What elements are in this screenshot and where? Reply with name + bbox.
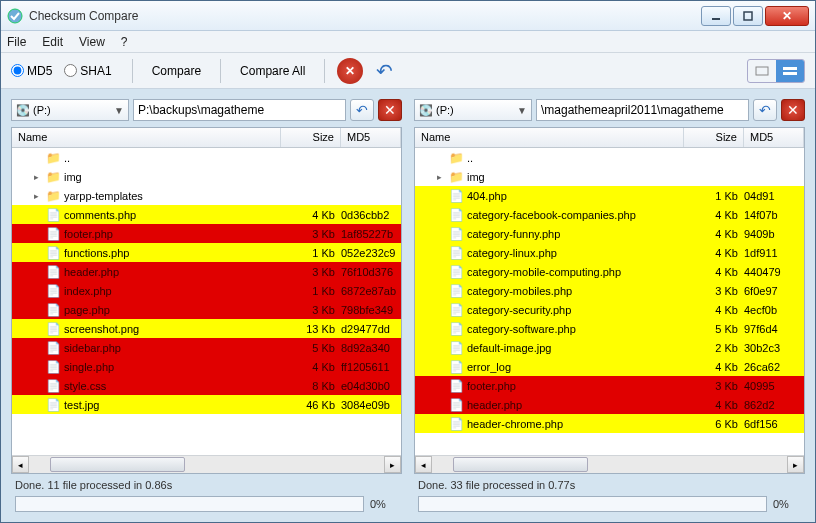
file-row[interactable]: 📄404.php1 Kb04d91 [415,186,804,205]
undo-icon[interactable]: ↶ [371,58,397,84]
file-icon: 📄 [45,378,61,394]
col-size[interactable]: Size [281,128,341,147]
left-path-input[interactable] [133,99,346,121]
left-undo-button[interactable]: ↶ [350,99,374,121]
cancel-icon[interactable]: ✕ [337,58,363,84]
right-list-body[interactable]: 📁..▸📁img📄404.php1 Kb04d91📄category-faceb… [415,148,804,455]
svg-rect-2 [744,12,752,20]
file-row[interactable]: 📄header.php3 Kb76f10d376 [12,262,401,281]
file-row[interactable]: 📄index.php1 Kb6872e87ab [12,281,401,300]
maximize-button[interactable] [733,6,763,26]
col-name[interactable]: Name [415,128,684,147]
file-row[interactable]: 📄default-image.jpg2 Kb30b2c3 [415,338,804,357]
file-row[interactable]: 📄header.php4 Kb862d2 [415,395,804,414]
file-name: .. [64,152,291,164]
scroll-left-icon[interactable]: ◂ [12,456,29,473]
file-icon: 📄 [448,340,464,356]
app-window: Checksum Compare ✕ File Edit View ? MD5 … [0,0,816,523]
file-row[interactable]: 📄sidebar.php5 Kb8d92a340 [12,338,401,357]
minimize-button[interactable] [701,6,731,26]
expand-arrow-icon[interactable]: ▸ [433,172,445,182]
right-path-input[interactable] [536,99,749,121]
svg-rect-5 [783,72,797,75]
file-row[interactable]: 📄category-funny.php4 Kb9409b [415,224,804,243]
scroll-left-icon[interactable]: ◂ [415,456,432,473]
file-icon: 📄 [448,188,464,204]
svg-rect-3 [756,67,768,75]
file-row[interactable]: 📄category-linux.php4 Kb1df911 [415,243,804,262]
file-row[interactable]: 📄single.php4 Kbff1205611 [12,357,401,376]
file-row[interactable]: 📄functions.php1 Kb052e232c9 [12,243,401,262]
left-cancel-button[interactable]: ✕ [378,99,402,121]
folder-row[interactable]: ▸📁img [415,167,804,186]
col-md5[interactable]: MD5 [341,128,401,147]
file-row[interactable]: 📄page.php3 Kb798bfe349 [12,300,401,319]
right-progress: 0% [414,496,805,518]
expand-arrow-icon[interactable]: ▸ [30,191,42,201]
file-row[interactable]: 📄comments.php4 Kb0d36cbb2 [12,205,401,224]
file-row[interactable]: 📄category-security.php4 Kb4ecf0b [415,300,804,319]
radio-md5[interactable]: MD5 [11,64,52,78]
file-name: category-security.php [467,304,694,316]
close-button[interactable]: ✕ [765,6,809,26]
file-icon: 📄 [45,283,61,299]
file-name: header-chrome.php [467,418,694,430]
view-split-icon[interactable] [776,60,804,82]
file-row[interactable]: 📄category-software.php5 Kb97f6d4 [415,319,804,338]
scroll-right-icon[interactable]: ▸ [787,456,804,473]
file-size: 1 Kb [694,190,744,202]
file-size: 3 Kb [694,380,744,392]
file-row[interactable]: 📄test.jpg46 Kb3084e09b [12,395,401,414]
right-undo-button[interactable]: ↶ [753,99,777,121]
menu-help[interactable]: ? [121,35,128,49]
file-size: 4 Kb [694,266,744,278]
radio-sha1[interactable]: SHA1 [64,64,111,78]
folder-row[interactable]: 📁.. [415,148,804,167]
file-icon: 📄 [448,207,464,223]
folder-icon: 📁 [45,169,61,185]
file-row[interactable]: 📄error_log4 Kb26ca62 [415,357,804,376]
menu-view[interactable]: View [79,35,105,49]
col-md5[interactable]: MD5 [744,128,804,147]
file-row[interactable]: 📄footer.php3 Kb1af85227b [12,224,401,243]
right-progress-pct: 0% [773,498,801,510]
left-drive-select[interactable]: 💽 (P:) ▼ [11,99,129,121]
view-toggle[interactable] [747,59,805,83]
file-md5: 04d91 [744,190,804,202]
file-name: header.php [467,399,694,411]
file-size: 4 Kb [694,228,744,240]
file-icon: 📄 [448,245,464,261]
right-hscroll[interactable]: ◂ ▸ [415,455,804,473]
file-row[interactable]: 📄footer.php3 Kb40995 [415,376,804,395]
col-name[interactable]: Name [12,128,281,147]
folder-row[interactable]: ▸📁img [12,167,401,186]
menu-edit[interactable]: Edit [42,35,63,49]
right-drive-select[interactable]: 💽 (P:) ▼ [414,99,532,121]
expand-arrow-icon[interactable]: ▸ [30,172,42,182]
left-hscroll[interactable]: ◂ ▸ [12,455,401,473]
file-row[interactable]: 📄header-chrome.php6 Kb6df156 [415,414,804,433]
view-single-icon[interactable] [748,60,776,82]
file-size: 4 Kb [291,209,341,221]
file-row[interactable]: 📄category-mobile-computing.php4 Kb440479 [415,262,804,281]
file-row[interactable]: 📄category-mobiles.php3 Kb6f0e97 [415,281,804,300]
compare-button[interactable]: Compare [141,59,212,83]
right-cancel-button[interactable]: ✕ [781,99,805,121]
folder-row[interactable]: 📁.. [12,148,401,167]
col-size[interactable]: Size [684,128,744,147]
file-size: 3 Kb [291,266,341,278]
left-list-body[interactable]: 📁..▸📁img▸📁yarpp-templates📄comments.php4 … [12,148,401,455]
file-icon: 📄 [448,359,464,375]
menu-file[interactable]: File [7,35,26,49]
file-row[interactable]: 📄style.css8 Kbe04d30b0 [12,376,401,395]
toolbar: MD5 SHA1 Compare Compare All ✕ ↶ [1,53,815,89]
scroll-right-icon[interactable]: ▸ [384,456,401,473]
file-md5: 862d2 [744,399,804,411]
file-row[interactable]: 📄screenshot.png13 Kbd29477dd [12,319,401,338]
compare-all-button[interactable]: Compare All [229,59,316,83]
folder-row[interactable]: ▸📁yarpp-templates [12,186,401,205]
file-name: index.php [64,285,291,297]
file-size: 8 Kb [291,380,341,392]
file-row[interactable]: 📄category-facebook-companies.php4 Kb14f0… [415,205,804,224]
file-size: 1 Kb [291,247,341,259]
